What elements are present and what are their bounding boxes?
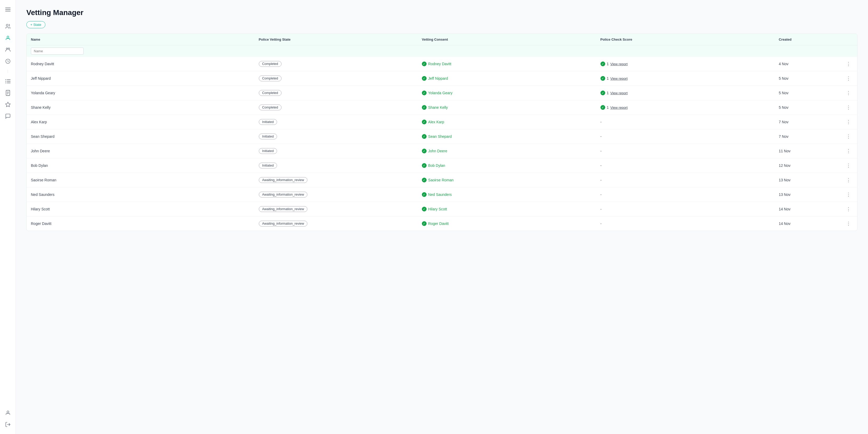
cell-state: Awaiting_information_review — [255, 202, 417, 216]
cell-score: - — [596, 129, 775, 144]
column-header-consent: Vetting Consent — [417, 34, 596, 46]
table-row: Alex KarpInitiated✓Alex Karp-7 Nov⋮ — [27, 115, 857, 129]
consent-name: Bob Dylan — [428, 164, 445, 168]
consent-check-icon: ✓ — [422, 149, 427, 153]
table-row: Sean ShepardInitiated✓Sean Shepard-7 Nov… — [27, 129, 857, 144]
cell-consent: ✓Hilary Scott — [417, 202, 596, 216]
consent-check-icon: ✓ — [422, 178, 427, 182]
view-report-link[interactable]: View report — [610, 91, 628, 95]
row-more-button[interactable]: ⋮ — [844, 118, 853, 125]
score-check-icon: ✓ — [600, 91, 605, 95]
cell-consent: ✓Bob Dylan — [417, 158, 596, 173]
state-badge: Completed — [259, 76, 281, 81]
cell-name: Bob Dylan — [27, 158, 255, 173]
svg-rect-11 — [7, 81, 10, 82]
row-more-button[interactable]: ⋮ — [844, 89, 853, 96]
cell-score: - — [596, 216, 775, 231]
row-more-button[interactable]: ⋮ — [844, 75, 853, 82]
row-more-button[interactable]: ⋮ — [844, 191, 853, 198]
svg-rect-13 — [7, 83, 10, 83]
cell-state: Completed — [255, 71, 417, 86]
table-row: Roger DavittAwaiting_information_review✓… — [27, 216, 857, 231]
chat-icon[interactable] — [3, 111, 13, 121]
cell-created: 13 Nov — [775, 187, 840, 202]
view-report-link[interactable]: View report — [610, 77, 628, 81]
row-more-button[interactable]: ⋮ — [844, 133, 853, 140]
consent-check-icon: ✓ — [422, 192, 427, 197]
svg-point-5 — [6, 48, 7, 50]
state-badge: Initiated — [259, 134, 277, 139]
row-more-button[interactable]: ⋮ — [844, 162, 853, 169]
row-more-button[interactable]: ⋮ — [844, 60, 853, 67]
row-more-button[interactable]: ⋮ — [844, 148, 853, 154]
vetting-table: Name Police Vetting State Vetting Consen… — [27, 34, 857, 231]
document-icon[interactable] — [3, 88, 13, 98]
state-filter-button[interactable]: + State — [26, 21, 45, 28]
cell-score: - — [596, 144, 775, 158]
cell-actions: ⋮ — [840, 129, 857, 144]
group-icon[interactable] — [3, 45, 13, 55]
state-badge: Awaiting_information_review — [259, 177, 308, 183]
score-check-icon: ✓ — [600, 76, 605, 81]
consent-check-icon: ✓ — [422, 91, 427, 95]
consent-name: Saoirse Roman — [428, 178, 454, 182]
svg-point-19 — [7, 411, 9, 413]
cell-created: 5 Nov — [775, 71, 840, 86]
cell-actions: ⋮ — [840, 71, 857, 86]
cell-name: Alex Karp — [27, 115, 255, 129]
list-icon[interactable] — [3, 76, 13, 87]
state-badge: Completed — [259, 105, 281, 110]
cell-state: Awaiting_information_review — [255, 187, 417, 202]
consent-name: John Deere — [428, 149, 447, 153]
cell-created: 14 Nov — [775, 202, 840, 216]
consent-name: Jeff Nippard — [428, 76, 448, 81]
row-more-button[interactable]: ⋮ — [844, 206, 853, 212]
row-more-button[interactable]: ⋮ — [844, 177, 853, 183]
cell-consent: ✓Roger Davitt — [417, 216, 596, 231]
cell-actions: ⋮ — [840, 115, 857, 129]
sidebar — [0, 0, 16, 434]
cell-consent: ✓Yolanda Geary — [417, 86, 596, 100]
profile-icon[interactable] — [3, 408, 13, 418]
svg-rect-9 — [7, 80, 10, 80]
cell-state: Completed — [255, 100, 417, 115]
cell-actions: ⋮ — [840, 216, 857, 231]
view-report-link[interactable]: View report — [610, 62, 628, 66]
cell-actions: ⋮ — [840, 100, 857, 115]
cell-name: Ned Saunders — [27, 187, 255, 202]
consent-name: Shane Kelly — [428, 105, 448, 110]
consent-check-icon: ✓ — [422, 207, 427, 211]
cell-name: Roger Davitt — [27, 216, 255, 231]
column-header-state: Police Vetting State — [255, 34, 417, 46]
row-more-button[interactable]: ⋮ — [844, 220, 853, 227]
column-header-actions — [840, 34, 857, 46]
signout-icon[interactable] — [3, 419, 13, 430]
cell-score: ✓1View report — [596, 71, 775, 86]
cell-name: Shane Kelly — [27, 100, 255, 115]
column-header-created: Created — [775, 34, 840, 46]
cell-score: - — [596, 187, 775, 202]
people-icon[interactable] — [3, 21, 13, 32]
column-header-score: Police Check Score — [596, 34, 775, 46]
menu-icon[interactable] — [3, 4, 13, 15]
cell-score: ✓1View report — [596, 86, 775, 100]
table-row: Jeff NippardCompleted✓Jeff Nippard✓1View… — [27, 71, 857, 86]
cell-state: Completed — [255, 57, 417, 71]
star-icon[interactable] — [3, 99, 13, 110]
view-report-link[interactable]: View report — [610, 106, 628, 110]
row-more-button[interactable]: ⋮ — [844, 104, 853, 111]
badge-icon[interactable] — [3, 56, 13, 66]
svg-point-4 — [7, 36, 9, 38]
cell-created: 7 Nov — [775, 129, 840, 144]
name-filter-cell[interactable] — [27, 46, 255, 57]
name-filter-input[interactable] — [31, 48, 84, 55]
cell-consent: ✓Rodney Davitt — [417, 57, 596, 71]
state-badge: Completed — [259, 61, 281, 67]
cell-created: 5 Nov — [775, 86, 840, 100]
person-icon[interactable] — [3, 33, 13, 43]
table-row: John DeereInitiated✓John Deere-11 Nov⋮ — [27, 144, 857, 158]
table-body: Rodney DavittCompleted✓Rodney Davitt✓1Vi… — [27, 57, 857, 231]
table-row: Bob DylanInitiated✓Bob Dylan-12 Nov⋮ — [27, 158, 857, 173]
cell-consent: ✓Alex Karp — [417, 115, 596, 129]
cell-name: John Deere — [27, 144, 255, 158]
